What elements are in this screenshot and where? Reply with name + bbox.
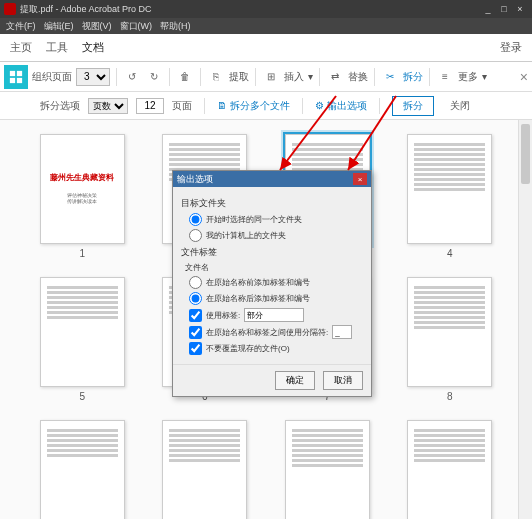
app-icon xyxy=(4,3,16,15)
checkbox-separator[interactable]: 在原始名称和标签之间使用分隔符: xyxy=(189,325,363,339)
document-icon: 🗎 xyxy=(217,100,227,111)
page1-title: 藤州先生典藏资料 xyxy=(50,173,114,183)
page-thumb-9[interactable]: 9 xyxy=(30,420,135,519)
split-multiple-link[interactable]: 🗎 拆分多个文件 xyxy=(217,99,290,113)
page-thumb-1[interactable]: 藤州先生典藏资料 评估神秘决策 传讲解决读本 1 xyxy=(30,134,135,259)
window-title: 提取.pdf - Adobe Acrobat Pro DC xyxy=(20,3,152,16)
toolbar: 组织页面 3 ↺ ↻ 🗑 ⎘ 提取 ⊞ 插入 ▾ ⇄ 替换 ✂ 拆分 ≡ 更多 … xyxy=(0,62,532,92)
page-thumb-8[interactable]: 8 xyxy=(398,277,503,402)
rotate-left-icon[interactable]: ↺ xyxy=(123,68,141,86)
extract-label[interactable]: 提取 xyxy=(229,70,249,84)
use-label-input[interactable] xyxy=(244,308,304,322)
menubar: 文件(F) 编辑(E) 视图(V) 窗口(W) 帮助(H) xyxy=(0,18,532,34)
organize-pages-label: 组织页面 xyxy=(32,70,72,84)
page-thumb-10[interactable]: 10 xyxy=(153,420,258,519)
split-options-bar: 拆分选项 页数 页面 🗎 拆分多个文件 ⚙ 输出选项 拆分 关闭 xyxy=(0,92,532,120)
tabbar: 主页 工具 文档 登录 xyxy=(0,34,532,62)
file-label-group: 文件标签 xyxy=(181,246,363,259)
tab-home[interactable]: 主页 xyxy=(10,40,32,55)
insert-chevron-icon[interactable]: ▾ xyxy=(308,71,313,82)
more-label[interactable]: 更多 xyxy=(458,70,478,84)
svg-rect-1 xyxy=(17,70,22,75)
split-option-label: 拆分选项 xyxy=(40,99,80,113)
menu-file[interactable]: 文件(F) xyxy=(6,20,36,33)
scrollbar-handle[interactable] xyxy=(521,124,530,184)
delete-icon[interactable]: 🗑 xyxy=(176,68,194,86)
svg-rect-3 xyxy=(17,77,22,82)
insert-icon: ⊞ xyxy=(262,68,280,86)
split-label[interactable]: 拆分 xyxy=(403,70,423,84)
page-thumb-11[interactable]: 11 xyxy=(275,420,380,519)
page-thumb-4[interactable]: 4 xyxy=(398,134,503,259)
tab-tools[interactable]: 工具 xyxy=(46,40,68,55)
close-label[interactable]: 关闭 xyxy=(450,99,470,113)
rotate-right-icon[interactable]: ↻ xyxy=(145,68,163,86)
split-icon: ✂ xyxy=(381,68,399,86)
cancel-button[interactable]: 取消 xyxy=(323,371,363,390)
dialog-close-button[interactable]: × xyxy=(353,173,367,185)
replace-icon: ⇄ xyxy=(326,68,344,86)
output-options-dialog: 输出选项 × 目标文件夹 开始时选择的同一个文件夹 我的计算机上的文件夹 文件标… xyxy=(172,170,372,397)
tab-document[interactable]: 文档 xyxy=(82,40,104,55)
page-select[interactable]: 3 xyxy=(76,68,110,86)
svg-rect-0 xyxy=(10,70,15,75)
ok-button[interactable]: 确定 xyxy=(275,371,315,390)
checkbox-no-overwrite[interactable]: 不要覆盖现存的文件(O) xyxy=(189,342,363,355)
window-titlebar: 提取.pdf - Adobe Acrobat Pro DC _ □ × xyxy=(0,0,532,18)
replace-label[interactable]: 替换 xyxy=(348,70,368,84)
more-icon: ≡ xyxy=(436,68,454,86)
page-thumb-5[interactable]: 5 xyxy=(30,277,135,402)
filename-label: 文件名 xyxy=(185,262,363,273)
close-window-button[interactable]: × xyxy=(512,2,528,16)
page-thumb-12[interactable]: 12 xyxy=(398,420,503,519)
menu-help[interactable]: 帮助(H) xyxy=(160,20,191,33)
split-button[interactable]: 拆分 xyxy=(392,96,434,116)
radio-label-after[interactable]: 在原始名称后添加标签和编号 xyxy=(189,292,363,305)
menu-view[interactable]: 视图(V) xyxy=(82,20,112,33)
toolbar-close-button[interactable]: × xyxy=(520,69,528,85)
pages-suffix: 页面 xyxy=(172,99,192,113)
login-link[interactable]: 登录 xyxy=(500,40,522,55)
radio-same-folder[interactable]: 开始时选择的同一个文件夹 xyxy=(189,213,363,226)
minimize-button[interactable]: _ xyxy=(480,2,496,16)
vertical-scrollbar[interactable] xyxy=(518,120,532,519)
output-options-link[interactable]: ⚙ 输出选项 xyxy=(315,99,367,113)
maximize-button[interactable]: □ xyxy=(496,2,512,16)
menu-edit[interactable]: 编辑(E) xyxy=(44,20,74,33)
checkbox-use-label[interactable]: 使用标签: xyxy=(189,308,363,322)
insert-label[interactable]: 插入 xyxy=(284,70,304,84)
radio-label-before[interactable]: 在原始名称前添加标签和编号 xyxy=(189,276,363,289)
separator-input[interactable] xyxy=(332,325,352,339)
organize-pages-icon[interactable] xyxy=(4,65,28,89)
pages-count-input[interactable] xyxy=(136,98,164,114)
split-mode-select[interactable]: 页数 xyxy=(88,98,128,114)
radio-my-computer[interactable]: 我的计算机上的文件夹 xyxy=(189,229,363,242)
extract-icon: ⎘ xyxy=(207,68,225,86)
gear-icon: ⚙ xyxy=(315,100,324,111)
more-chevron-icon[interactable]: ▾ xyxy=(482,71,487,82)
menu-window[interactable]: 窗口(W) xyxy=(120,20,153,33)
svg-rect-2 xyxy=(10,77,15,82)
target-folder-group: 目标文件夹 xyxy=(181,197,363,210)
page1-subtitle: 评估神秘决策 传讲解决读本 xyxy=(67,192,97,205)
dialog-titlebar[interactable]: 输出选项 × xyxy=(173,171,371,187)
dialog-title: 输出选项 xyxy=(177,173,213,186)
